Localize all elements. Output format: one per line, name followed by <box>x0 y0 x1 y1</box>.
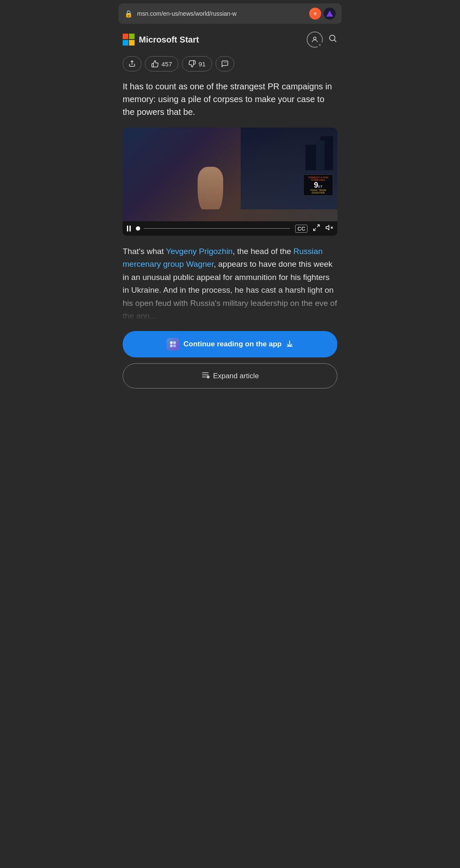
like-button[interactable]: 457 <box>145 56 178 71</box>
mute-button[interactable] <box>325 224 333 233</box>
cc-button[interactable]: CC <box>295 225 308 233</box>
ms-logo-yellow <box>129 40 135 46</box>
time-value: 9 <box>314 181 318 189</box>
video-controls: CC <box>123 221 337 236</box>
sign-in-button[interactable]: + <box>307 31 323 48</box>
continue-reading-button[interactable]: Continue reading on the app <box>123 331 337 357</box>
site-title: Microsoft Start <box>139 35 199 45</box>
url-bar[interactable]: msn.com/en-us/news/world/russian-w <box>137 10 305 17</box>
site-header: Microsoft Start + <box>123 24 337 53</box>
ms-logo-green <box>129 34 135 39</box>
progress-bar-container[interactable] <box>136 226 290 231</box>
prigozhin-link[interactable]: Yevgeny Prigozhin <box>166 247 233 256</box>
progress-track <box>144 228 290 229</box>
fullscreen-button[interactable] <box>313 224 320 233</box>
toxic-train-badge: TONIGHT: A CNN TOWN HALL 9ET TOXIC TRAIN… <box>303 174 333 196</box>
et-label: ET <box>318 185 322 188</box>
video-background: TONIGHT: A CNN TOWN HALL 9ET TOXIC TRAIN… <box>123 128 337 221</box>
continue-reading-label: Continue reading on the app <box>184 340 282 348</box>
download-icon <box>286 340 293 349</box>
action-bar: 457 91 <box>123 53 337 80</box>
dislike-button[interactable]: 91 <box>182 56 212 71</box>
share-button[interactable] <box>123 56 141 71</box>
svg-line-7 <box>317 225 319 227</box>
article-text-before-link2: , the head of the <box>233 247 293 256</box>
article-body: That's what Yevgeny Prigozhin, the head … <box>123 245 337 323</box>
svg-point-2 <box>330 35 335 41</box>
expand-icon <box>201 371 210 381</box>
analytics-extension-icon[interactable] <box>324 8 336 20</box>
toxic-train-label: TOXIC TRAIN DISASTER <box>306 189 331 194</box>
svg-rect-12 <box>170 342 172 344</box>
video-card[interactable]: TONIGHT: A CNN TOWN HALL 9ET TOXIC TRAIN… <box>123 128 337 236</box>
svg-rect-14 <box>170 345 172 347</box>
svg-text:B: B <box>314 12 316 15</box>
article-intro: It has to count as one of the strangest … <box>123 80 337 118</box>
main-content: Microsoft Start + <box>115 24 345 388</box>
svg-rect-15 <box>173 345 176 347</box>
microsoft-logo <box>123 34 135 46</box>
svg-line-8 <box>313 228 316 231</box>
header-icons: + <box>307 31 337 48</box>
svg-point-1 <box>313 37 316 40</box>
article-text-after-link2: , appears to have done this week in an u… <box>123 260 337 320</box>
expand-article-label: Expand article <box>213 372 259 380</box>
browser-extensions: B <box>309 8 336 20</box>
svg-rect-13 <box>173 342 176 344</box>
lock-icon: 🔒 <box>124 10 133 18</box>
logo-area: Microsoft Start <box>123 34 199 46</box>
article-body-container: That's what Yevgeny Prigozhin, the head … <box>123 245 337 323</box>
user-plus-badge: + <box>317 42 323 48</box>
video-thumbnail: TONIGHT: A CNN TOWN HALL 9ET TOXIC TRAIN… <box>123 128 337 221</box>
app-icon <box>167 338 179 351</box>
progress-dot <box>136 226 140 231</box>
like-count: 457 <box>161 60 172 68</box>
pause-button[interactable] <box>127 226 131 231</box>
tonight-label: TONIGHT: A CNN TOWN HALL <box>306 176 331 181</box>
ms-logo-red <box>123 34 128 39</box>
pause-bar-right <box>129 226 131 231</box>
expand-article-button[interactable]: Expand article <box>123 363 337 388</box>
search-button[interactable] <box>328 34 337 46</box>
brave-extension-icon[interactable]: B <box>309 8 321 20</box>
dislike-count: 91 <box>198 60 206 68</box>
ms-logo-blue <box>123 40 128 46</box>
svg-marker-9 <box>326 226 329 230</box>
svg-line-3 <box>334 40 336 42</box>
browser-bar: 🔒 msn.com/en-us/news/world/russian-w B <box>118 3 342 24</box>
article-text-before-link1: That's what <box>123 247 166 256</box>
pause-bar-left <box>127 226 128 231</box>
comment-button[interactable] <box>216 56 234 71</box>
